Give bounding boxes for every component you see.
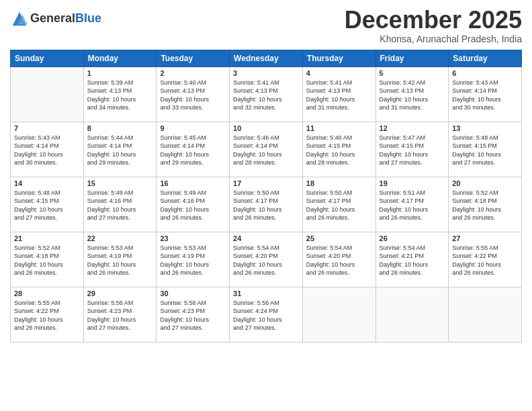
calendar-week-row: 21Sunrise: 5:52 AMSunset: 4:18 PMDayligh… bbox=[11, 232, 522, 287]
day-number: 23 bbox=[160, 234, 226, 242]
calendar-cell: 31Sunrise: 5:56 AMSunset: 4:24 PMDayligh… bbox=[230, 287, 303, 342]
calendar-cell: 23Sunrise: 5:53 AMSunset: 4:19 PMDayligh… bbox=[157, 232, 230, 287]
day-info: Sunrise: 5:52 AMSunset: 4:18 PMDaylight:… bbox=[452, 189, 518, 222]
sunset-text: Sunset: 4:19 PM bbox=[160, 252, 226, 261]
sunset-text: Sunset: 4:14 PM bbox=[233, 142, 299, 150]
calendar-week-row: 28Sunrise: 5:55 AMSunset: 4:22 PMDayligh… bbox=[11, 287, 522, 342]
daylight-label: Daylight: 10 hours bbox=[14, 150, 80, 159]
daylight-label: Daylight: 10 hours bbox=[233, 316, 299, 324]
daylight-minutes: and 34 minutes. bbox=[87, 103, 153, 112]
daylight-label: Daylight: 10 hours bbox=[380, 205, 445, 214]
daylight-label: Daylight: 10 hours bbox=[87, 316, 153, 324]
day-number: 17 bbox=[233, 179, 299, 187]
calendar-cell: 11Sunrise: 5:46 AMSunset: 4:15 PMDayligh… bbox=[302, 122, 375, 177]
day-number: 12 bbox=[380, 124, 445, 132]
sunset-text: Sunset: 4:14 PM bbox=[87, 142, 153, 150]
calendar-cell: 26Sunrise: 5:54 AMSunset: 4:21 PMDayligh… bbox=[375, 232, 449, 287]
sunrise-text: Sunrise: 5:50 AM bbox=[233, 189, 299, 197]
day-info: Sunrise: 5:51 AMSunset: 4:17 PMDaylight:… bbox=[380, 189, 445, 222]
day-number: 19 bbox=[380, 179, 445, 187]
calendar-cell bbox=[449, 287, 522, 342]
daylight-minutes: and 26 minutes. bbox=[87, 269, 153, 277]
weekday-header: Sunday bbox=[11, 50, 84, 66]
calendar-cell: 16Sunrise: 5:49 AMSunset: 4:16 PMDayligh… bbox=[157, 177, 230, 232]
day-info: Sunrise: 5:47 AMSunset: 4:15 PMDaylight:… bbox=[380, 134, 445, 167]
sunset-text: Sunset: 4:17 PM bbox=[380, 197, 445, 205]
sunset-text: Sunset: 4:17 PM bbox=[233, 197, 299, 205]
daylight-label: Daylight: 10 hours bbox=[160, 261, 226, 269]
sunset-text: Sunset: 4:18 PM bbox=[14, 252, 80, 261]
day-info: Sunrise: 5:55 AMSunset: 4:22 PMDaylight:… bbox=[14, 299, 80, 332]
day-info: Sunrise: 5:44 AMSunset: 4:14 PMDaylight:… bbox=[87, 134, 153, 167]
sunset-text: Sunset: 4:15 PM bbox=[306, 142, 372, 150]
daylight-label: Daylight: 10 hours bbox=[452, 205, 518, 214]
sunrise-text: Sunrise: 5:47 AM bbox=[380, 134, 445, 142]
sunset-text: Sunset: 4:14 PM bbox=[160, 142, 226, 150]
calendar-cell: 21Sunrise: 5:52 AMSunset: 4:18 PMDayligh… bbox=[11, 232, 84, 287]
sunrise-text: Sunrise: 5:54 AM bbox=[380, 244, 445, 253]
daylight-minutes: and 26 minutes. bbox=[452, 269, 518, 277]
day-info: Sunrise: 5:56 AMSunset: 4:23 PMDaylight:… bbox=[87, 299, 153, 332]
daylight-label: Daylight: 10 hours bbox=[306, 205, 372, 214]
daylight-label: Daylight: 10 hours bbox=[14, 261, 80, 269]
day-number: 7 bbox=[14, 124, 80, 132]
sunrise-text: Sunrise: 5:49 AM bbox=[87, 189, 153, 197]
day-number: 27 bbox=[452, 234, 518, 242]
sunrise-text: Sunrise: 5:41 AM bbox=[233, 79, 299, 87]
day-info: Sunrise: 5:41 AMSunset: 4:13 PMDaylight:… bbox=[306, 79, 372, 112]
day-info: Sunrise: 5:50 AMSunset: 4:17 PMDaylight:… bbox=[306, 189, 372, 222]
sunrise-text: Sunrise: 5:43 AM bbox=[14, 134, 80, 142]
daylight-minutes: and 27 minutes. bbox=[380, 158, 445, 167]
daylight-label: Daylight: 10 hours bbox=[87, 95, 153, 104]
daylight-label: Daylight: 10 hours bbox=[306, 261, 372, 269]
calendar-header-row: SundayMondayTuesdayWednesdayThursdayFrid… bbox=[11, 50, 522, 66]
sunrise-text: Sunrise: 5:53 AM bbox=[87, 244, 153, 253]
day-number: 14 bbox=[14, 179, 80, 187]
sunset-text: Sunset: 4:23 PM bbox=[160, 307, 226, 316]
day-info: Sunrise: 5:50 AMSunset: 4:17 PMDaylight:… bbox=[233, 189, 299, 222]
day-info: Sunrise: 5:48 AMSunset: 4:15 PMDaylight:… bbox=[14, 189, 80, 222]
day-number: 29 bbox=[87, 289, 153, 298]
sunset-text: Sunset: 4:18 PM bbox=[452, 197, 518, 205]
calendar-cell: 4Sunrise: 5:41 AMSunset: 4:13 PMDaylight… bbox=[302, 66, 375, 122]
sunset-text: Sunset: 4:22 PM bbox=[14, 307, 80, 316]
calendar-cell: 10Sunrise: 5:46 AMSunset: 4:14 PMDayligh… bbox=[230, 122, 303, 177]
day-info: Sunrise: 5:40 AMSunset: 4:13 PMDaylight:… bbox=[160, 79, 226, 112]
sunrise-text: Sunrise: 5:55 AM bbox=[452, 244, 518, 253]
daylight-minutes: and 29 minutes. bbox=[87, 158, 153, 167]
logo-general-text: General bbox=[30, 11, 75, 25]
calendar-cell: 30Sunrise: 5:56 AMSunset: 4:23 PMDayligh… bbox=[157, 287, 230, 342]
sunset-text: Sunset: 4:19 PM bbox=[87, 252, 153, 261]
calendar-week-row: 1Sunrise: 5:39 AMSunset: 4:13 PMDaylight… bbox=[11, 66, 522, 122]
calendar-cell: 19Sunrise: 5:51 AMSunset: 4:17 PMDayligh… bbox=[375, 177, 449, 232]
day-number: 11 bbox=[306, 124, 372, 132]
day-number: 9 bbox=[160, 124, 226, 132]
calendar-cell: 5Sunrise: 5:42 AMSunset: 4:13 PMDaylight… bbox=[375, 66, 449, 122]
logo-icon bbox=[10, 9, 29, 28]
sunrise-text: Sunrise: 5:54 AM bbox=[233, 244, 299, 253]
calendar-cell: 15Sunrise: 5:49 AMSunset: 4:16 PMDayligh… bbox=[83, 177, 157, 232]
daylight-minutes: and 26 minutes. bbox=[306, 214, 372, 222]
calendar-cell: 27Sunrise: 5:55 AMSunset: 4:22 PMDayligh… bbox=[449, 232, 522, 287]
daylight-minutes: and 26 minutes. bbox=[380, 269, 445, 277]
sunset-text: Sunset: 4:13 PM bbox=[306, 87, 372, 95]
sunset-text: Sunset: 4:20 PM bbox=[306, 252, 372, 261]
sunrise-text: Sunrise: 5:46 AM bbox=[233, 134, 299, 142]
sunrise-text: Sunrise: 5:42 AM bbox=[380, 79, 445, 87]
daylight-label: Daylight: 10 hours bbox=[233, 261, 299, 269]
sunrise-text: Sunrise: 5:52 AM bbox=[452, 189, 518, 197]
calendar-cell: 29Sunrise: 5:56 AMSunset: 4:23 PMDayligh… bbox=[83, 287, 157, 342]
daylight-label: Daylight: 10 hours bbox=[160, 316, 226, 324]
calendar-cell: 13Sunrise: 5:48 AMSunset: 4:15 PMDayligh… bbox=[449, 122, 522, 177]
day-info: Sunrise: 5:46 AMSunset: 4:14 PMDaylight:… bbox=[233, 134, 299, 167]
weekday-header: Monday bbox=[83, 50, 157, 66]
calendar-cell: 14Sunrise: 5:48 AMSunset: 4:15 PMDayligh… bbox=[11, 177, 84, 232]
day-number: 21 bbox=[14, 234, 80, 242]
daylight-label: Daylight: 10 hours bbox=[14, 316, 80, 324]
calendar-cell: 1Sunrise: 5:39 AMSunset: 4:13 PMDaylight… bbox=[83, 66, 157, 122]
daylight-minutes: and 30 minutes. bbox=[452, 103, 518, 112]
page-header: GeneralBlue December 2025 Khonsa, Arunac… bbox=[10, 7, 522, 44]
day-number: 15 bbox=[87, 179, 153, 187]
calendar-cell: 8Sunrise: 5:44 AMSunset: 4:14 PMDaylight… bbox=[83, 122, 157, 177]
calendar-cell bbox=[375, 287, 449, 342]
